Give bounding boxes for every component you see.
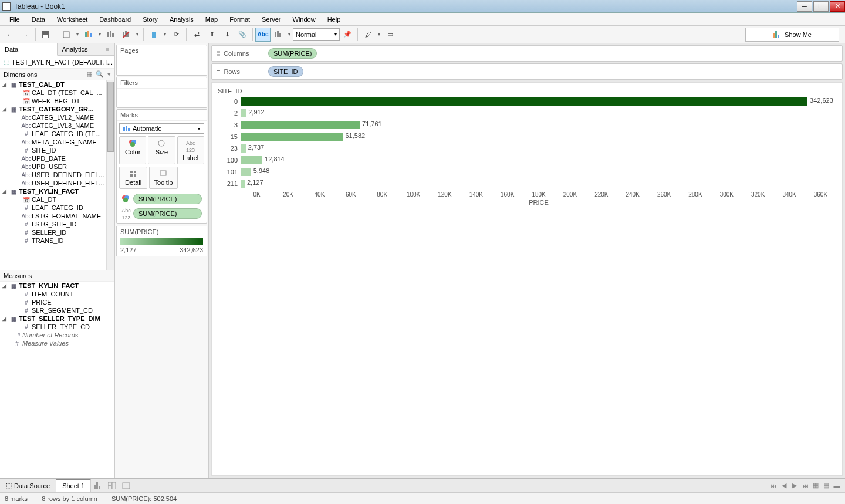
tab-analytics[interactable]: Analytics≡ bbox=[58, 43, 115, 55]
new-worksheet-icon[interactable] bbox=[91, 480, 105, 492]
menu-dashboard[interactable]: Dashboard bbox=[93, 14, 137, 25]
field-upd-user[interactable]: AbcUPD_USER bbox=[0, 163, 114, 171]
run-button[interactable]: ⟳ bbox=[168, 28, 184, 42]
field-item-count[interactable]: #ITEM_COUNT bbox=[0, 290, 114, 298]
autoupdate-dropdown-icon[interactable]: ▾ bbox=[161, 32, 168, 37]
back-button[interactable]: ← bbox=[2, 28, 18, 42]
bar-row[interactable]: 10012,814 bbox=[218, 154, 836, 166]
menu-data[interactable]: Data bbox=[26, 14, 51, 25]
field-leaf-categ-id--te---[interactable]: #LEAF_CATEG_ID (TE... bbox=[0, 130, 114, 138]
field-cal-dt--test-cal----[interactable]: 📅CAL_DT (TEST_CAL_... bbox=[0, 89, 114, 97]
bar-row[interactable]: 371,761 bbox=[218, 119, 836, 131]
field-categ-lvl3-name[interactable]: AbcCATEG_LVL3_NAME bbox=[0, 121, 114, 130]
bar-row[interactable]: 22,912 bbox=[218, 107, 836, 119]
rows-shelf[interactable]: ≡Rows SITE_ID bbox=[211, 63, 843, 80]
field-week-beg-dt[interactable]: 📅WEEK_BEG_DT bbox=[0, 97, 114, 105]
totals-dropdown-icon[interactable]: ▾ bbox=[286, 32, 293, 37]
autoupdate-button[interactable] bbox=[146, 28, 161, 42]
field-lstg-site-id[interactable]: #LSTG_SITE_ID bbox=[0, 220, 114, 228]
clear-dropdown-icon[interactable]: ▾ bbox=[134, 32, 141, 37]
nav-prev-icon[interactable]: ◀ bbox=[779, 482, 789, 489]
menu-help[interactable]: Help bbox=[322, 14, 347, 25]
field-slr-segment-cd[interactable]: #SLR_SEGMENT_CD bbox=[0, 306, 114, 314]
field-seller-type-cd[interactable]: #SELLER_TYPE_CD bbox=[0, 323, 114, 331]
totals-button[interactable] bbox=[271, 28, 286, 42]
field-leaf-categ-id[interactable]: #LEAF_CATEG_ID bbox=[0, 204, 114, 212]
menu-format[interactable]: Format bbox=[224, 14, 256, 25]
columns-shelf[interactable]: ⦙⦙⦙Columns SUM(PRICE) bbox=[211, 45, 843, 62]
save-button[interactable] bbox=[38, 28, 53, 42]
menu-story[interactable]: Story bbox=[137, 14, 164, 25]
mark-size-button[interactable]: Size bbox=[148, 136, 175, 164]
mark-pill-label[interactable]: Abc123SUM(PRICE) bbox=[119, 205, 204, 222]
pages-shelf[interactable]: Pages bbox=[116, 45, 207, 76]
maximize-button[interactable]: ☐ bbox=[813, 1, 829, 12]
field-cal-dt[interactable]: 📅CAL_DT bbox=[0, 195, 114, 204]
presentation-button[interactable]: ▭ bbox=[383, 28, 398, 42]
visualization[interactable]: SITE_ID 0342,62322,912371,7611561,582232… bbox=[211, 82, 843, 476]
mark-tooltip-button[interactable]: Tooltip bbox=[149, 167, 177, 189]
menu-server[interactable]: Server bbox=[256, 14, 286, 25]
show-labels-button[interactable]: Abc bbox=[255, 28, 271, 42]
new-datasource-button[interactable] bbox=[59, 28, 74, 42]
field-measure-values[interactable]: #Measure Values bbox=[0, 339, 114, 347]
mark-detail-button[interactable]: Detail bbox=[119, 167, 147, 189]
mark-color-button[interactable]: Color bbox=[119, 136, 146, 164]
clear-button[interactable] bbox=[119, 28, 134, 42]
filters-shelf[interactable]: Filters bbox=[116, 77, 207, 108]
bar-row[interactable]: 1015,948 bbox=[218, 166, 836, 178]
highlight-button[interactable]: 🖊 bbox=[360, 28, 376, 42]
mark-label-button[interactable]: Abc123Label bbox=[177, 136, 204, 164]
duplicate-button[interactable] bbox=[103, 28, 119, 42]
mark-type-selector[interactable]: Automatic ▾ bbox=[119, 123, 204, 134]
field-number-of-records[interactable]: =#Number of Records bbox=[0, 331, 114, 339]
field-lstg-format-name[interactable]: AbcLSTG_FORMAT_NAME bbox=[0, 212, 114, 220]
pin-button[interactable]: 📌 bbox=[340, 28, 355, 42]
view-icon[interactable]: ▦ bbox=[86, 70, 92, 78]
bar-row[interactable]: 2112,127 bbox=[218, 178, 836, 190]
bar-row[interactable]: 0342,623 bbox=[218, 96, 836, 107]
field-test-kylin-fact[interactable]: ◢▦TEST_KYLIN_FACT bbox=[0, 187, 114, 195]
nav-first-icon[interactable]: ⏮ bbox=[769, 482, 778, 489]
field-user-defined-fiel---[interactable]: AbcUSER_DEFINED_FIEL... bbox=[0, 179, 114, 187]
nav-filmstrip-icon[interactable]: ▬ bbox=[832, 482, 841, 489]
mark-pill-color[interactable]: SUM(PRICE) bbox=[119, 192, 204, 205]
sort-asc-button[interactable]: ⬆ bbox=[204, 28, 219, 42]
field-test-kylin-fact[interactable]: ◢▦TEST_KYLIN_FACT bbox=[0, 282, 114, 290]
worksheet-dropdown-icon[interactable]: ▾ bbox=[96, 32, 103, 37]
nav-grid-icon[interactable]: ▦ bbox=[811, 482, 820, 489]
field-user-defined-fiel---[interactable]: AbcUSER_DEFINED_FIEL... bbox=[0, 171, 114, 179]
field-trans-id[interactable]: #TRANS_ID bbox=[0, 236, 114, 245]
nav-last-icon[interactable]: ⏭ bbox=[800, 482, 810, 489]
rows-pill[interactable]: SITE_ID bbox=[268, 66, 303, 77]
forward-button[interactable]: → bbox=[18, 28, 33, 42]
new-worksheet-button[interactable] bbox=[81, 28, 96, 42]
bar-row[interactable]: 1561,582 bbox=[218, 131, 836, 143]
new-story-icon[interactable] bbox=[119, 480, 133, 492]
datasource-row[interactable]: ⬚ TEST_KYLIN_FACT (DEFAULT.T... bbox=[0, 56, 114, 69]
menu-analysis[interactable]: Analysis bbox=[164, 14, 200, 25]
menu-icon[interactable]: ▾ bbox=[107, 70, 111, 78]
new-dashboard-icon[interactable] bbox=[105, 480, 119, 492]
field-upd-date[interactable]: AbcUPD_DATE bbox=[0, 154, 114, 163]
tab-data[interactable]: Data bbox=[0, 43, 58, 56]
field-test-cal-dt[interactable]: ◢▦TEST_CAL_DT bbox=[0, 80, 114, 89]
search-icon[interactable]: 🔍 bbox=[96, 70, 104, 78]
show-me-button[interactable]: Show Me bbox=[745, 28, 839, 42]
menu-map[interactable]: Map bbox=[200, 14, 224, 25]
field-categ-lvl2-name[interactable]: AbcCATEG_LVL2_NAME bbox=[0, 113, 114, 121]
fit-selector[interactable]: Normal▾ bbox=[293, 28, 340, 41]
field-test-category-gr---[interactable]: ◢▦TEST_CATEGORY_GR... bbox=[0, 105, 114, 113]
color-legend[interactable]: SUM(PRICE) 2,127342,623 bbox=[116, 226, 207, 256]
field-seller-id[interactable]: #SELLER_ID bbox=[0, 228, 114, 236]
swap-button[interactable]: ⇄ bbox=[189, 28, 204, 42]
columns-pill[interactable]: SUM(PRICE) bbox=[268, 48, 317, 59]
bar-row[interactable]: 232,737 bbox=[218, 143, 836, 154]
sheet-tab[interactable]: Sheet 1 bbox=[56, 479, 91, 492]
menu-window[interactable]: Window bbox=[287, 14, 322, 25]
group-button[interactable]: 📎 bbox=[235, 28, 250, 42]
field-site-id[interactable]: #SITE_ID bbox=[0, 146, 114, 154]
field-price[interactable]: #PRICE bbox=[0, 298, 114, 306]
sort-desc-button[interactable]: ⬇ bbox=[219, 28, 235, 42]
field-meta-categ-name[interactable]: AbcMETA_CATEG_NAME bbox=[0, 138, 114, 146]
